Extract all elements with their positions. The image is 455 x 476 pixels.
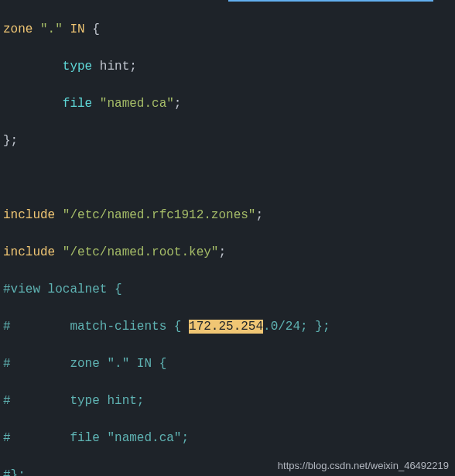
code-line: #view localnet { [3,280,452,299]
comment-view-localnet: #view localnet { [3,283,122,296]
code-line-empty [3,169,452,187]
string-path-rootkey: "/etc/named.root.key" [63,245,219,259]
code-line: # type hint; [3,392,452,410]
keyword-include: include [3,245,55,259]
semicolon: ; [174,97,182,111]
value-hint: hint [100,60,129,74]
code-line: zone "." IN { [3,20,452,39]
string-path-zones: "/etc/named.rfc1912.zones" [63,208,256,222]
semicolon: ; [255,208,263,222]
string-dot: "." [40,22,63,36]
comment-zone-in: # zone "." IN { [3,357,166,371]
highlighted-ip: 172.25.254 [189,320,263,334]
code-line: }; [3,132,452,150]
keyword-file: file [63,97,92,111]
brace: { [92,22,100,36]
keyword-zone: zone [3,22,32,36]
keyword-include: include [3,208,55,222]
code-line: type hint; [3,57,452,76]
string-named-ca: "named.ca" [100,97,174,111]
keyword-type: type [63,60,92,74]
comment-match-clients-prefix: # match-clients { [3,320,189,334]
code-line: # match-clients { 172.25.254.0/24; }; [3,317,452,336]
comment-brace-close: #}; [3,468,26,476]
comment-match-clients-suffix: .0/24; }; [263,320,330,334]
semicolon: ; [218,245,226,259]
watermark-text: https://blog.csdn.net/weixin_46492219 [278,458,449,474]
code-line: include "/etc/named.root.key"; [3,243,452,262]
code-line: # zone "." IN { [3,354,452,373]
comment-file-named: # file "named.ca"; [3,431,189,445]
code-line: file "named.ca"; [3,94,452,113]
comment-type-hint: # type hint; [3,394,144,408]
tab-indicator [228,0,433,2]
code-editor[interactable]: zone "." IN { type hint; file "named.ca"… [3,2,452,476]
brace-close: }; [3,134,18,148]
code-line: include "/etc/named.rfc1912.zones"; [3,206,452,224]
semicolon: ; [129,60,137,74]
code-line: # file "named.ca"; [3,429,452,447]
keyword-in: IN [70,22,84,36]
